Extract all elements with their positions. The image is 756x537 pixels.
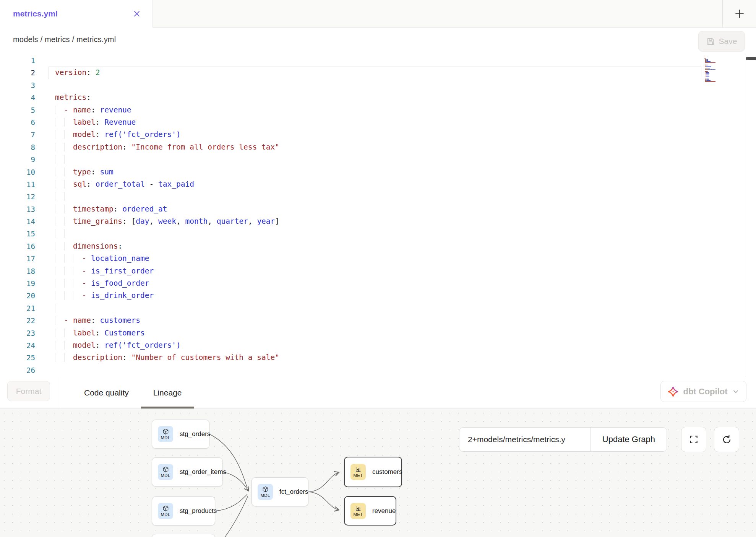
- scrollbar-thumb[interactable]: [746, 57, 756, 60]
- code-line[interactable]: 9: [0, 153, 756, 166]
- line-number: 1: [0, 54, 35, 67]
- line-number: 13: [0, 203, 35, 215]
- lineage-edge: [308, 492, 339, 510]
- node-label: stg_order_items: [180, 468, 226, 476]
- tab-code-quality[interactable]: Code quality: [72, 377, 141, 408]
- chevron-down-icon: [732, 388, 739, 395]
- code-line[interactable]: 21: [0, 302, 756, 314]
- fullscreen-button[interactable]: [681, 427, 706, 452]
- save-label: Save: [719, 37, 737, 46]
- tab-metrics-yml[interactable]: metrics.yml: [0, 0, 153, 28]
- code-text: - is_food_order: [35, 277, 149, 290]
- update-graph-button[interactable]: Update Graph: [591, 428, 667, 451]
- code-text: [35, 79, 55, 91]
- lineage-node-partial_node[interactable]: MDL: [152, 534, 215, 537]
- line-number: 8: [0, 141, 35, 153]
- code-text: - name: revenue: [35, 104, 131, 116]
- code-line[interactable]: 1: [0, 54, 756, 67]
- code-text: label: Customers: [35, 327, 145, 339]
- copilot-label: dbt Copilot: [683, 387, 727, 397]
- code-line[interactable]: 11 sql: order_total - tax_paid: [0, 178, 756, 190]
- code-line[interactable]: 17 - location_name: [0, 252, 756, 265]
- minimap[interactable]: [704, 55, 724, 85]
- code-line[interactable]: 8 description: "Income from all orders l…: [0, 141, 756, 153]
- cube-icon: [162, 466, 169, 473]
- dbt-copilot-button[interactable]: dbt Copilot: [660, 381, 746, 402]
- line-number: 15: [0, 228, 35, 240]
- line-number: 26: [0, 364, 35, 376]
- close-icon[interactable]: [132, 9, 142, 19]
- code-line[interactable]: 19 - is_food_order: [0, 277, 756, 290]
- refresh-button[interactable]: [714, 427, 739, 452]
- toolbar-divider: [59, 377, 59, 408]
- save-button[interactable]: Save: [698, 31, 745, 52]
- code-line[interactable]: 25 description: "Number of customers wit…: [0, 351, 756, 364]
- code-line[interactable]: 13 timestamp: ordered_at: [0, 203, 756, 215]
- code-text: - is_drink_order: [35, 290, 154, 302]
- code-lines: 12version: 234metrics:5 - name: revenue6…: [0, 54, 756, 376]
- breadcrumb: models / metrics / metrics.yml: [13, 35, 116, 44]
- code-line[interactable]: 22 - name: customers: [0, 314, 756, 327]
- code-line[interactable]: 5 - name: revenue: [0, 104, 756, 116]
- bottom-toolbar: Format Code qualityLineage dbt Copilot: [0, 377, 756, 408]
- code-text: model: ref('fct_orders'): [35, 339, 181, 351]
- line-number: 11: [0, 178, 35, 190]
- node-label: fct_orders: [279, 488, 308, 496]
- code-line[interactable]: 15: [0, 228, 756, 240]
- bar-chart-icon: [355, 466, 362, 473]
- lineage-selector-input[interactable]: [459, 428, 591, 451]
- lineage-node-stg_orders[interactable]: MDLstg_orders: [152, 420, 209, 449]
- node-label: revenue: [372, 507, 396, 515]
- node-label: customers: [372, 468, 402, 476]
- lineage-node-fct_orders[interactable]: MDLfct_orders: [251, 477, 308, 506]
- code-text: [35, 302, 64, 314]
- new-tab-button[interactable]: [722, 0, 756, 28]
- code-text: [35, 54, 55, 67]
- lineage-node-stg_order_items[interactable]: MDLstg_order_items: [152, 457, 223, 487]
- code-text: sql: order_total - tax_paid: [35, 178, 194, 190]
- line-number: 7: [0, 129, 35, 141]
- code-line[interactable]: 23 label: Customers: [0, 327, 756, 339]
- code-line[interactable]: 12: [0, 190, 756, 203]
- lineage-node-stg_products[interactable]: MDLstg_products: [152, 496, 215, 526]
- code-text: [35, 364, 55, 376]
- bar-chart-icon: [355, 505, 362, 512]
- code-line[interactable]: 3: [0, 79, 756, 91]
- code-text: type: sum: [35, 166, 114, 178]
- code-text: time_grains: [day, week, month, quarter,…: [35, 215, 279, 228]
- code-line[interactable]: 2version: 2: [0, 67, 756, 79]
- cube-icon: [162, 505, 169, 512]
- format-button[interactable]: Format: [7, 381, 50, 401]
- lineage-edge: [223, 472, 248, 491]
- code-line[interactable]: 18 - is_first_order: [0, 265, 756, 277]
- app-window: metrics.yml models / metrics / metrics.y…: [0, 0, 756, 537]
- code-line[interactable]: 6 label: Revenue: [0, 116, 756, 129]
- node-label: stg_orders: [180, 430, 210, 438]
- file-header-row: models / metrics / metrics.yml Save: [0, 28, 756, 54]
- line-number: 16: [0, 240, 35, 252]
- line-number: 18: [0, 265, 35, 277]
- code-line[interactable]: 20 - is_drink_order: [0, 290, 756, 302]
- code-line[interactable]: 16 dimensions:: [0, 240, 756, 252]
- line-number: 24: [0, 339, 35, 351]
- code-editor[interactable]: 12version: 234metrics:5 - name: revenue6…: [0, 54, 756, 377]
- code-line[interactable]: 10 type: sum: [0, 166, 756, 178]
- lineage-node-revenue[interactable]: METrevenue: [344, 496, 396, 526]
- code-line[interactable]: 7 model: ref('fct_orders'): [0, 129, 756, 141]
- lineage-node-customers[interactable]: METcustomers: [344, 457, 402, 487]
- tab-lineage[interactable]: Lineage: [141, 377, 194, 408]
- code-line[interactable]: 14 time_grains: [day, week, month, quart…: [0, 215, 756, 228]
- lineage-canvas[interactable]: MDLstg_ordersMDLstg_order_itemsMDLstg_pr…: [0, 408, 756, 537]
- code-line[interactable]: 24 model: ref('fct_orders'): [0, 339, 756, 351]
- line-number: 10: [0, 166, 35, 178]
- lineage-selector-group: Update Graph: [459, 427, 667, 452]
- mdl-badge: MDL: [258, 484, 273, 500]
- code-line[interactable]: 26: [0, 364, 756, 376]
- code-text: timestamp: ordered_at: [35, 203, 167, 215]
- tab-title: metrics.yml: [13, 9, 58, 18]
- line-number: 25: [0, 351, 35, 364]
- line-number: 14: [0, 215, 35, 228]
- code-line[interactable]: 4metrics:: [0, 91, 756, 104]
- code-text: metrics:: [35, 91, 91, 104]
- code-text: description: "Income from all orders les…: [35, 141, 279, 153]
